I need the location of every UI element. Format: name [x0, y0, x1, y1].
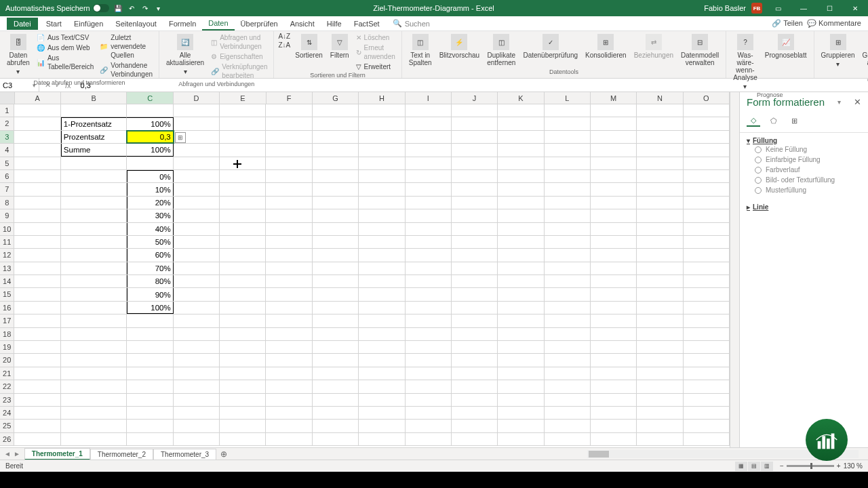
cell-c12[interactable]: 60%	[127, 249, 173, 261]
menu-review[interactable]: Überprüfen	[235, 18, 284, 30]
relationships[interactable]: ⇄Beziehungen	[631, 33, 676, 60]
cell-c9[interactable]: 30%	[127, 209, 173, 222]
menu-file[interactable]: Datei	[7, 18, 38, 30]
col-header-f[interactable]: F	[267, 92, 313, 104]
pagebreak-view-icon[interactable]: ▥	[761, 462, 773, 471]
add-sheet-button[interactable]: ⊕	[216, 449, 231, 459]
qat-dropdown-icon[interactable]: ▾	[154, 3, 163, 13]
sort-button[interactable]: ⇅ Sortieren	[292, 33, 326, 60]
save-icon[interactable]: 💾	[113, 3, 123, 13]
redo-icon[interactable]: ↷	[140, 3, 150, 13]
existing-connections[interactable]: 🔗Vorhandene Verbindungen	[98, 60, 155, 79]
shape-size-tab-icon[interactable]: ⊞	[787, 115, 801, 127]
col-header-l[interactable]: L	[545, 92, 591, 104]
filter-button[interactable]: ▽ Filtern	[328, 33, 352, 60]
menu-factset[interactable]: FactSet	[348, 18, 386, 30]
recent-sources[interactable]: 📁Zuletzt verwendete Quellen	[98, 33, 155, 60]
cell-c14[interactable]: 80%	[127, 275, 173, 287]
cell-c10[interactable]: 40%	[127, 223, 173, 235]
cell-c7[interactable]: 10%	[127, 183, 173, 195]
cell-c13[interactable]: 70%	[127, 262, 173, 274]
col-header-g[interactable]: G	[313, 92, 359, 104]
pagelayout-view-icon[interactable]: ▤	[748, 462, 760, 471]
vertical-scrollbar[interactable]	[730, 92, 739, 447]
cell-c16[interactable]: 100%	[127, 302, 173, 314]
cell-b2[interactable]: 1-Prozentsatz	[61, 117, 127, 129]
col-header-a[interactable]: A	[15, 92, 61, 104]
group-button[interactable]: ⊞Gruppieren▾	[818, 33, 858, 69]
cell-c11[interactable]: 50%	[127, 236, 173, 248]
zoom-out-icon[interactable]: −	[780, 462, 784, 470]
from-table[interactable]: 📊Aus Tabelle/Bereich	[35, 53, 96, 72]
cell-c8[interactable]: 20%	[127, 197, 173, 209]
col-header-e[interactable]: E	[220, 92, 266, 104]
fill-picture[interactable]: Bild- oder Texturfüllung	[747, 175, 861, 185]
remove-duplicates[interactable]: ◫Duplikate entfernen	[484, 33, 518, 68]
normal-view-icon[interactable]: ▦	[735, 462, 747, 471]
autosave-toggle[interactable]: Automatisches Speichern	[5, 4, 109, 12]
get-data-button[interactable]: 🗄 Daten abrufen▾	[4, 33, 33, 77]
fill-solid[interactable]: Einfarbige Füllung	[747, 155, 861, 165]
fill-none[interactable]: Keine Füllung	[747, 144, 861, 155]
cell-c15[interactable]: 90%	[127, 288, 173, 300]
consolidate[interactable]: ⊞Konsolidieren	[583, 33, 629, 60]
grid-rows[interactable]: 1 21-Prozentsatz100% 3Prozentsatz0,3⊞ 4S…	[0, 104, 730, 447]
fill-pattern[interactable]: Musterfüllung	[747, 185, 861, 195]
name-box-input[interactable]	[3, 81, 33, 89]
cell-c2[interactable]: 100%	[127, 117, 173, 129]
refresh-all-button[interactable]: 🔄 Alle aktualisieren▾	[163, 33, 207, 77]
select-all-corner[interactable]	[0, 92, 15, 104]
text-to-columns[interactable]: ◫Text in Spalten	[406, 33, 435, 68]
sheet-tab-1[interactable]: Thermometer_1	[24, 448, 90, 460]
zoom-level[interactable]: 130 %	[844, 462, 863, 470]
ungroup-button[interactable]: ⊟Gruppierung aufheben▾	[860, 33, 868, 77]
col-header-n[interactable]: N	[637, 92, 683, 104]
ribbon-mode-icon[interactable]: ▭	[768, 0, 788, 16]
col-header-h[interactable]: H	[359, 92, 405, 104]
cell-c3[interactable]: 0,3	[127, 131, 173, 143]
shape-effects-tab-icon[interactable]: ⬠	[767, 115, 781, 127]
tab-nav-last-icon[interactable]: ►	[14, 450, 20, 458]
pane-close-button[interactable]: ✕	[854, 97, 861, 107]
cell-b3[interactable]: Prozentsatz	[61, 131, 127, 143]
pane-dropdown-icon[interactable]: ▾	[837, 98, 841, 106]
menu-formulas[interactable]: Formeln	[163, 18, 202, 30]
data-validation[interactable]: ✓Datenüberprüfung	[520, 33, 580, 60]
undo-icon[interactable]: ↶	[127, 3, 136, 13]
col-header-i[interactable]: I	[406, 92, 452, 104]
shape-fill-tab-icon[interactable]: ◇	[747, 115, 760, 127]
col-header-o[interactable]: O	[684, 92, 730, 104]
col-header-k[interactable]: K	[498, 92, 544, 104]
share-button[interactable]: 🔗 Teilen	[772, 19, 803, 28]
from-text-csv[interactable]: 📄Aus Text/CSV	[35, 33, 96, 43]
col-header-c[interactable]: C	[127, 92, 173, 104]
line-section[interactable]: ▸ Linie	[747, 203, 861, 211]
zoom-in-icon[interactable]: +	[837, 462, 841, 470]
menu-pagelayout[interactable]: Seitenlayout	[109, 18, 163, 30]
manage-datamodel[interactable]: ⊟Datenmodell verwalten	[678, 33, 722, 68]
col-header-j[interactable]: J	[452, 92, 498, 104]
flash-fill[interactable]: ⚡Blitzvorschau	[437, 33, 482, 60]
search-box[interactable]: 🔍 Suchen	[393, 19, 430, 28]
menu-data[interactable]: Daten	[202, 17, 234, 30]
cell-c4[interactable]: 100%	[127, 144, 173, 156]
sheet-tab-3[interactable]: Thermometer_3	[153, 449, 216, 460]
zoom-slider[interactable]	[787, 465, 834, 467]
tab-nav-first-icon[interactable]: ◄	[4, 450, 11, 458]
what-if[interactable]: ?Was-wäre-wenn-Analyse▾	[730, 33, 760, 92]
maximize-button[interactable]: ☐	[819, 0, 840, 16]
minimize-button[interactable]: —	[793, 0, 814, 16]
from-web[interactable]: 🌐Aus dem Web	[35, 43, 96, 53]
menu-help[interactable]: Hilfe	[321, 18, 348, 30]
forecast-sheet[interactable]: 📈Prognoseblatt	[762, 33, 810, 60]
col-header-m[interactable]: M	[591, 92, 637, 104]
comments-button[interactable]: 💬 Kommentare	[807, 19, 861, 28]
sort-desc-icon[interactable]: Z↓A	[278, 41, 290, 49]
fill-gradient[interactable]: Farbverlauf	[747, 165, 861, 175]
menu-insert[interactable]: Einfügen	[68, 18, 109, 30]
close-button[interactable]: ✕	[845, 0, 865, 16]
queries-connections[interactable]: ◫Abfragen und Verbindungen	[209, 33, 269, 52]
advanced-filter[interactable]: ▽Erweitert	[354, 62, 397, 72]
fill-section[interactable]: ▾ Füllung	[747, 137, 861, 144]
col-header-b[interactable]: B	[61, 92, 127, 104]
